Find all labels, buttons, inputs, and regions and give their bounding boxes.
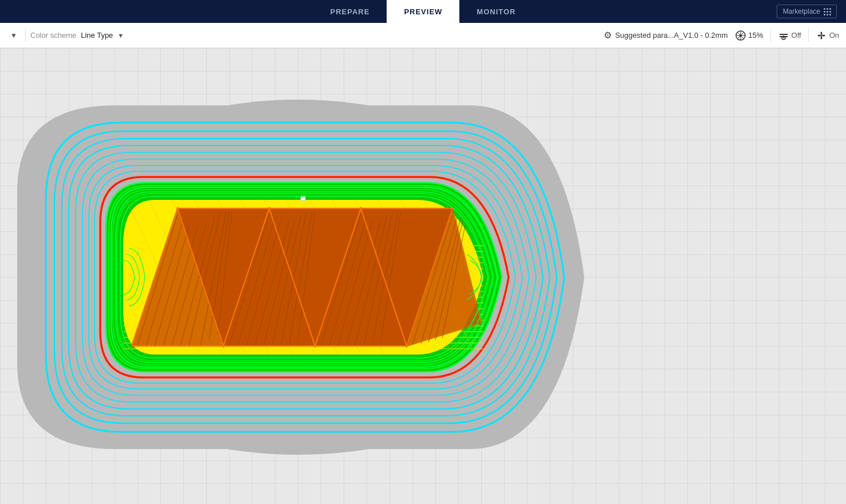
settings-sliders-icon: ⚙ — [604, 30, 612, 41]
svg-point-1 — [739, 34, 742, 37]
grid-icon — [824, 8, 831, 15]
toolbar-right: ⚙ Suggested para...A_V1.0 - 0.2mm 15% Of… — [604, 29, 839, 42]
svg-point-6 — [820, 34, 823, 37]
cooling-section: 15% — [735, 30, 764, 41]
toolbar-left: ▼ Color scheme Line Type ▼ — [7, 29, 599, 42]
color-scheme-dropdown[interactable]: ▼ — [117, 32, 124, 39]
tab-prepare[interactable]: PREPARE — [313, 0, 387, 23]
suggested-params-text: Suggested para...A_V1.0 - 0.2mm — [615, 31, 728, 40]
toolbar: ▼ Color scheme Line Type ▼ ⚙ Suggested p… — [0, 23, 846, 48]
svg-rect-2 — [780, 34, 788, 35]
canvas-area[interactable] — [0, 48, 846, 504]
fan-icon — [816, 30, 827, 41]
layer-preview-off-section: Off — [778, 30, 801, 41]
on-label: On — [829, 31, 839, 40]
separator-3 — [808, 29, 809, 42]
toolbar-collapse-button[interactable]: ▼ — [7, 29, 21, 42]
separator-1 — [25, 29, 26, 42]
marketplace-button[interactable]: Marketplace — [777, 5, 837, 18]
layer-preview-icon — [778, 30, 789, 41]
off-label: Off — [792, 31, 801, 40]
color-scheme-value: Line Type — [81, 31, 113, 40]
tab-preview[interactable]: PREVIEW — [387, 0, 459, 23]
cooling-icon — [735, 30, 746, 41]
cooling-percentage: 15% — [749, 31, 764, 40]
separator-2 — [770, 29, 771, 42]
top-navigation-bar: PREPARE PREVIEW MONITOR Marketplace — [0, 0, 846, 23]
suggested-params-section: ⚙ Suggested para...A_V1.0 - 0.2mm — [604, 30, 728, 41]
svg-point-5 — [783, 37, 784, 38]
fan-on-section: On — [816, 30, 839, 41]
preview-svg — [0, 48, 846, 504]
color-scheme-label: Color scheme — [30, 31, 76, 40]
tab-monitor[interactable]: MONITOR — [459, 0, 533, 23]
nav-tabs: PREPARE PREVIEW MONITOR — [313, 0, 533, 23]
marketplace-label: Marketplace — [783, 7, 820, 15]
